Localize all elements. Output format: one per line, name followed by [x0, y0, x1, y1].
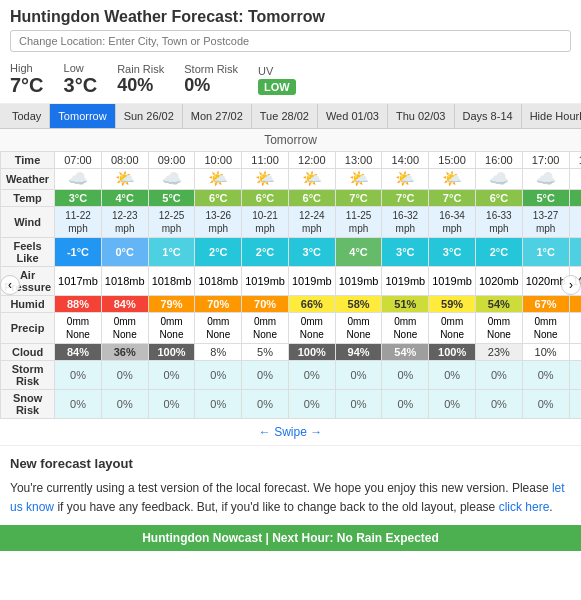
- storm-summary: Storm Risk 0%: [184, 63, 238, 96]
- cell-wind-5: 12-24mph: [288, 207, 335, 238]
- cell-snow-2: 0%: [148, 390, 195, 419]
- cell-snow-7: 0%: [382, 390, 429, 419]
- rain-label: Rain Risk: [117, 63, 164, 75]
- cell-temp-11: 4°C: [569, 190, 581, 207]
- cell-time-10: 17:00: [522, 152, 569, 169]
- nav-tab-days-8-14[interactable]: Days 8-14: [455, 104, 522, 128]
- cell-pressure-8: 1019mb: [429, 267, 476, 296]
- cell-time-3: 10:00: [195, 152, 242, 169]
- cell-humid-7: 51%: [382, 296, 429, 313]
- row-label-time: Time: [1, 152, 55, 169]
- nav-tab-wed-01-03[interactable]: Wed 01/03: [318, 104, 388, 128]
- cell-storm-4: 0%: [242, 361, 289, 390]
- cell-cloud-11: 1%: [569, 344, 581, 361]
- forecast-table: Time07:0008:0009:0010:0011:0012:0013:001…: [0, 151, 581, 419]
- cell-storm-1: 0%: [101, 361, 148, 390]
- cell-humid-8: 59%: [429, 296, 476, 313]
- weather-icon-5: 🌤️: [288, 169, 335, 190]
- cell-storm-10: 0%: [522, 361, 569, 390]
- row-feels: Feels Like-1°C0°C1°C2°C2°C3°C4°C3°C3°C2°…: [1, 238, 582, 267]
- cell-cloud-2: 100%: [148, 344, 195, 361]
- cell-feels-3: 2°C: [195, 238, 242, 267]
- cell-snow-9: 0%: [475, 390, 522, 419]
- cell-storm-5: 0%: [288, 361, 335, 390]
- row-precip: Precip0mmNone0mmNone0mmNone0mmNone0mmNon…: [1, 313, 582, 344]
- cell-feels-2: 1°C: [148, 238, 195, 267]
- weather-icon-4: 🌤️: [242, 169, 289, 190]
- row-time: Time07:0008:0009:0010:0011:0012:0013:001…: [1, 152, 582, 169]
- cell-temp-8: 7°C: [429, 190, 476, 207]
- cell-humid-2: 79%: [148, 296, 195, 313]
- cell-precip-2: 0mmNone: [148, 313, 195, 344]
- cell-precip-0: 0mmNone: [55, 313, 102, 344]
- cell-precip-5: 0mmNone: [288, 313, 335, 344]
- cell-precip-3: 0mmNone: [195, 313, 242, 344]
- cell-feels-5: 3°C: [288, 238, 335, 267]
- page-title: Huntingdon Weather Forecast: Tomorrow: [10, 8, 571, 26]
- cell-precip-11: 0mmNone: [569, 313, 581, 344]
- nav-tab-tue-28-02[interactable]: Tue 28/02: [252, 104, 318, 128]
- cell-time-7: 14:00: [382, 152, 429, 169]
- weather-icon-7: 🌤️: [382, 169, 429, 190]
- footer-bar: Huntingdon Nowcast | Next Hour: No Rain …: [0, 525, 581, 551]
- cell-storm-6: 0%: [335, 361, 382, 390]
- nav-tab-thu-02-03[interactable]: Thu 02/03: [388, 104, 455, 128]
- cell-feels-9: 2°C: [475, 238, 522, 267]
- cell-feels-11: 1°C: [569, 238, 581, 267]
- cell-time-1: 08:00: [101, 152, 148, 169]
- new-layout-text: You're currently using a test version of…: [10, 479, 571, 517]
- cell-pressure-2: 1018mb: [148, 267, 195, 296]
- location-input[interactable]: [10, 30, 571, 52]
- cell-precip-8: 0mmNone: [429, 313, 476, 344]
- cell-storm-2: 0%: [148, 361, 195, 390]
- click-here-link[interactable]: click here: [499, 500, 550, 514]
- row-humid: Humid88%84%79%70%70%66%58%51%59%54%67%73…: [1, 296, 582, 313]
- cell-time-9: 16:00: [475, 152, 522, 169]
- row-pressure: Air Pressure1017mb1018mb1018mb1018mb1019…: [1, 267, 582, 296]
- nav-tab-sun-26-02[interactable]: Sun 26/02: [116, 104, 183, 128]
- row-label-wind: Wind: [1, 207, 55, 238]
- cell-storm-9: 0%: [475, 361, 522, 390]
- summary-row: High 7°C Low 3°C Rain Risk 40% Storm Ris…: [0, 56, 581, 104]
- weather-icon-3: 🌤️: [195, 169, 242, 190]
- high-value: 7°C: [10, 74, 44, 97]
- cell-precip-9: 0mmNone: [475, 313, 522, 344]
- new-layout-title: New forecast layout: [10, 454, 571, 475]
- swipe-hint: ← Swipe →: [0, 419, 581, 445]
- cell-feels-10: 1°C: [522, 238, 569, 267]
- uv-label: UV: [258, 65, 273, 77]
- cell-humid-9: 54%: [475, 296, 522, 313]
- cell-wind-8: 16-34mph: [429, 207, 476, 238]
- cell-precip-7: 0mmNone: [382, 313, 429, 344]
- cell-humid-0: 88%: [55, 296, 102, 313]
- nav-tabs: TodayTomorrowSun 26/02Mon 27/02Tue 28/02…: [0, 104, 581, 129]
- row-weather: Weather☁️🌤️☁️🌤️🌤️🌤️🌤️🌤️🌤️☁️☁️🌙🌙: [1, 169, 582, 190]
- cell-feels-8: 3°C: [429, 238, 476, 267]
- cell-snow-3: 0%: [195, 390, 242, 419]
- row-temp: Temp3°C4°C5°C6°C6°C6°C7°C7°C7°C6°C5°C4°C…: [1, 190, 582, 207]
- row-wind: Wind11-22mph12-23mph12-25mph13-26mph10-2…: [1, 207, 582, 238]
- row-cloud: Cloud84%36%100%8%5%100%94%54%100%23%10%1…: [1, 344, 582, 361]
- cell-feels-7: 3°C: [382, 238, 429, 267]
- scroll-left-button[interactable]: ‹: [0, 275, 20, 295]
- row-storm: Storm Risk0%0%0%0%0%0%0%0%0%0%0%0%0%: [1, 361, 582, 390]
- nav-tab-tomorrow[interactable]: Tomorrow: [50, 104, 115, 128]
- nav-tab-hide-hourly[interactable]: Hide Hourly: [522, 104, 581, 128]
- row-snow: Snow Risk0%0%0%0%0%0%0%0%0%0%0%0%0%: [1, 390, 582, 419]
- cell-time-11: 18:00: [569, 152, 581, 169]
- weather-icon-10: ☁️: [522, 169, 569, 190]
- scroll-right-button[interactable]: ›: [561, 275, 581, 295]
- cell-cloud-3: 8%: [195, 344, 242, 361]
- cell-precip-6: 0mmNone: [335, 313, 382, 344]
- rain-value: 40%: [117, 75, 153, 96]
- cell-humid-5: 66%: [288, 296, 335, 313]
- cell-storm-7: 0%: [382, 361, 429, 390]
- cell-humid-11: 73%: [569, 296, 581, 313]
- nav-tab-today[interactable]: Today: [4, 104, 50, 128]
- cell-temp-2: 5°C: [148, 190, 195, 207]
- high-summary: High 7°C: [10, 62, 44, 97]
- cell-wind-6: 11-25mph: [335, 207, 382, 238]
- cell-wind-9: 16-33mph: [475, 207, 522, 238]
- weather-icon-8: 🌤️: [429, 169, 476, 190]
- nav-tab-mon-27-02[interactable]: Mon 27/02: [183, 104, 252, 128]
